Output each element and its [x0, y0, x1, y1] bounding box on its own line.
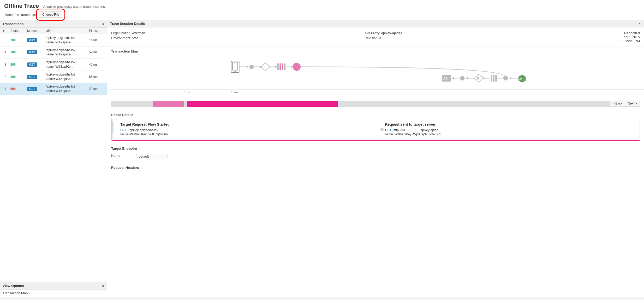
- phase-card-2: Request sent to target server GET http:/…: [376, 119, 640, 141]
- row-method: GET: [25, 71, 44, 83]
- trace-session-info: Organization wwitman Environment prod AP…: [111, 31, 640, 43]
- phase-card-2-url2: name=Will&apiKey=Wj8TGjNvS99auk7l: [385, 132, 441, 136]
- right-panel-collapse[interactable]: ∧: [638, 22, 641, 26]
- org-env-group: Organization wwitman Environment prod: [111, 31, 145, 40]
- transactions-scroll: ▼ Status Method URI Elapsed 5 200 GET /a…: [0, 28, 107, 282]
- org-label: Organization: [111, 31, 130, 35]
- svg-marker-11: [275, 66, 277, 68]
- main-layout: Transactions « ▼ Status Method URI Elaps…: [0, 20, 644, 297]
- right-panel-header: Trace Session Details ∧: [107, 20, 644, 27]
- table-row[interactable]: 3 200 GET /apikey-apigee/hello? name=Wil…: [0, 59, 107, 71]
- trace-file-name: trace2.xml: [21, 13, 37, 17]
- svg-rect-14: [282, 64, 283, 70]
- row-elapsed: 40 ms: [87, 59, 107, 71]
- next-button[interactable]: Next >: [625, 101, 640, 106]
- revision-label: Revision: [365, 36, 378, 40]
- row-num: 3: [0, 59, 8, 71]
- transactions-title: Transactions: [3, 22, 23, 26]
- svg-point-18: [293, 63, 301, 71]
- row-num: 4: [0, 46, 8, 59]
- page-subtitle: Visualize previously saved trace session…: [43, 5, 106, 9]
- map-diagram: F: [111, 55, 640, 87]
- phase-card-2-title: Request sent to target server: [385, 122, 441, 126]
- target-name-label: Name: [111, 154, 132, 159]
- row-uri: /apikey-apigee/hello? name=Will&apiKe...: [44, 59, 87, 71]
- env-label: Environment: [111, 36, 130, 40]
- timeline-bar-segment1: [153, 101, 184, 107]
- phase-card-1-url2: name=Will&apiKey=Wj8TGjNvS99...: [120, 132, 171, 136]
- target-name-value: default: [136, 154, 168, 159]
- svg-text:AX: AX: [443, 77, 448, 80]
- method-badge: GET: [27, 62, 37, 67]
- row-method: GET: [25, 83, 44, 95]
- row-status: 200: [8, 46, 25, 59]
- right-panel: Trace Session Details ∧ Organization wwi…: [107, 20, 644, 297]
- timeline-bar-segment2: [187, 101, 338, 107]
- request-headers-section: Request Headers: [107, 163, 644, 172]
- status-badge: 200: [10, 50, 16, 54]
- proxy-revision-group: API Proxy apikey-apigee Revision 3: [365, 31, 402, 40]
- proxy-value: apikey-apigee: [381, 31, 402, 35]
- row-uri: /apikey-apigee/hello? name=Will&apiKe...: [44, 34, 87, 47]
- svg-rect-12: [277, 64, 279, 70]
- page-header: Offline Trace Visualize previously saved…: [0, 0, 644, 20]
- svg-text:F: F: [477, 77, 479, 80]
- phase-card-2-bottom-bar: [376, 140, 640, 141]
- row-status: 500: [8, 83, 25, 95]
- phase-details-section: Phase Details Target Request Flow Starte…: [107, 110, 644, 144]
- table-row[interactable]: 4 200 GET /apikey-apigee/hello? name=Wil…: [0, 46, 107, 59]
- row-uri: /apikey-apigee/hello? name=Will&apiKe...: [44, 46, 87, 59]
- recorded-label: Recorded: [622, 31, 640, 35]
- svg-rect-27: [491, 75, 492, 82]
- view-options-expand[interactable]: »: [102, 284, 104, 288]
- col-uri: URI: [44, 28, 87, 34]
- view-options-body: Transaction Map: [0, 290, 107, 297]
- left-panel: Transactions « ▼ Status Method URI Elaps…: [0, 20, 107, 297]
- table-row[interactable]: 1 500 GET /apikey-apigee/hello? name=Wil…: [0, 83, 107, 95]
- row-uri: /apikey-apigee/hello? name=Will&apiKe...: [44, 71, 87, 83]
- transaction-map-section: Transaction Map: [107, 47, 644, 90]
- phase-indicator-2: [380, 128, 384, 131]
- svg-point-36: [460, 76, 464, 80]
- recorded-group: Recorded Feb 5, 2015 3:19:21 PM: [622, 31, 640, 43]
- phase-card-1-url: /apikey-apigee/hello?: [129, 128, 158, 132]
- sort-icon: ▼: [2, 29, 5, 33]
- phase-card-1-get: GET: [120, 128, 127, 132]
- svg-text:F: F: [264, 65, 265, 69]
- row-num: 2: [0, 71, 8, 83]
- row-elapsed: 52 ms: [87, 46, 107, 59]
- method-badge: GET: [27, 50, 37, 54]
- status-badge: 500: [10, 87, 16, 91]
- trace-session-details: Organization wwitman Environment prod AP…: [107, 27, 644, 47]
- svg-rect-29: [495, 75, 497, 82]
- status-badge: 200: [10, 75, 16, 79]
- choose-file-button[interactable]: Choose File: [39, 11, 62, 18]
- page-title: Offline Trace: [4, 3, 39, 9]
- svg-rect-13: [279, 64, 281, 70]
- col-method: Method: [25, 28, 44, 34]
- col-elapsed: Elapsed: [87, 28, 107, 34]
- row-elapsed: 11 ms: [87, 34, 107, 47]
- table-row[interactable]: 2 200 GET /apikey-apigee/hello? name=Wil…: [0, 71, 107, 83]
- timeline-container: 1ms 10ms < Back Next >: [107, 90, 644, 110]
- method-badge: GET: [27, 87, 37, 91]
- view-options-header: View Options »: [0, 282, 107, 290]
- right-panel-title: Trace Session Details: [110, 22, 145, 26]
- svg-marker-35: [466, 77, 468, 79]
- timeline-label-1ms: 1ms: [184, 91, 190, 94]
- status-badge: 200: [10, 38, 16, 42]
- row-elapsed: 22 ms: [87, 83, 107, 95]
- trace-file-label: Trace File: [4, 13, 19, 17]
- timeline-label-10ms: 10ms: [231, 91, 238, 94]
- view-options-title: View Options: [3, 284, 24, 288]
- revision-row: Revision 3: [365, 36, 402, 40]
- table-row[interactable]: 5 200 GET /apikey-apigee/hello? name=Wil…: [0, 34, 107, 47]
- env-value: prod: [132, 36, 139, 40]
- view-options-item: Transaction Map: [3, 291, 28, 295]
- row-elapsed: 65 ms: [87, 71, 107, 83]
- transactions-collapse-btn[interactable]: «: [102, 22, 104, 26]
- back-button[interactable]: < Back: [610, 101, 625, 106]
- row-status: 200: [8, 71, 25, 83]
- phase-card-2-url: http://50.________/apikey-apige: [393, 128, 438, 132]
- timeline-bar-area: < Back Next >: [111, 101, 640, 107]
